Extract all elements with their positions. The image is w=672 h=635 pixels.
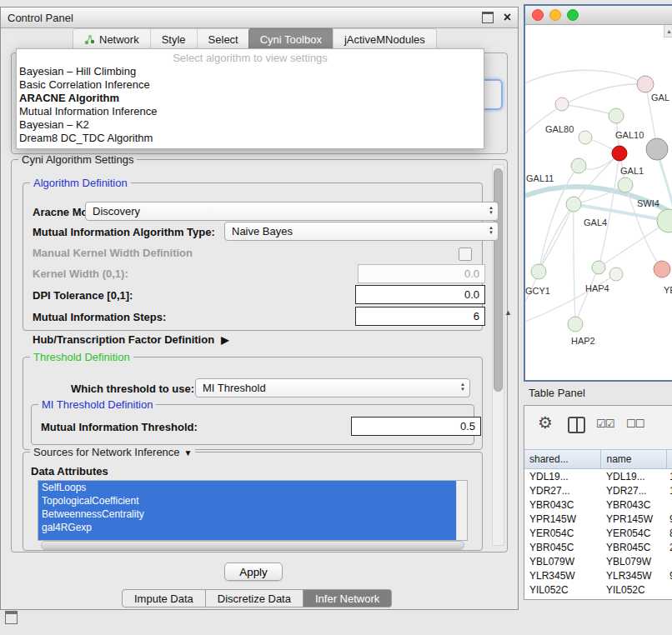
attribute-list-item[interactable]: SelfLoops	[38, 481, 457, 494]
network-node[interactable]	[609, 268, 623, 281]
canvas-scroll-up-button[interactable]: ▲	[664, 25, 672, 38]
attribute-list-item-partial[interactable]	[38, 534, 457, 540]
tab-infer-network[interactable]: Infer Network	[303, 589, 392, 608]
network-node[interactable]	[555, 98, 569, 111]
network-edge[interactable]	[599, 221, 669, 268]
network-node[interactable]	[612, 146, 627, 161]
table-cell[interactable]: 9.	[666, 570, 672, 582]
table-row[interactable]: YDR27...YDR27...12	[524, 483, 672, 498]
panel-splitter-arrow[interactable]: ▲	[504, 308, 512, 317]
network-node[interactable]	[531, 264, 546, 279]
network-edge[interactable]	[539, 204, 574, 272]
network-edge[interactable]	[562, 104, 616, 116]
table-cell[interactable]: YBR045C	[601, 542, 666, 553]
table-row[interactable]: YDL19...YDL19...13	[524, 469, 672, 483]
table-cell[interactable]: YPR145W	[524, 513, 601, 525]
table-row[interactable]: YBR045CYBR045C2	[524, 540, 672, 554]
attribute-list-item[interactable]: gal4RGexp	[38, 521, 457, 534]
network-node[interactable]	[637, 76, 654, 92]
table-row[interactable]: YIL052CYIL052C	[524, 582, 672, 597]
list-horizontal-scrollbar[interactable]	[41, 541, 464, 550]
network-canvas[interactable]: GALGAL80GAL10GAL11GAL1SWI4GAL4GCY1HAP4YE…	[525, 25, 672, 379]
tab-jactivemnodules[interactable]: jActiveMNodules	[333, 29, 436, 49]
network-edge[interactable]	[575, 268, 599, 324]
table-cell[interactable]: YBL079W	[524, 556, 601, 568]
kernel-width-field[interactable]: 0.0	[358, 264, 485, 283]
network-node[interactable]	[592, 261, 605, 274]
attribute-list-item[interactable]: TopologicalCoefficient	[38, 494, 457, 508]
table-cell[interactable]: YIL052C	[601, 584, 666, 596]
table-row[interactable]: YPR145WYPR145W9.	[524, 512, 672, 526]
dropdown-item[interactable]: Bayesian – Hill Climbing	[17, 65, 484, 78]
network-node[interactable]	[654, 261, 670, 278]
table-cell[interactable]: YBR045C	[524, 542, 601, 553]
table-cell[interactable]: YDR27...	[601, 485, 666, 497]
table-cell[interactable]: 13	[666, 471, 672, 482]
close-traffic-light[interactable]	[532, 9, 544, 21]
table-cell[interactable]: YER054C	[524, 528, 601, 539]
network-node[interactable]	[566, 197, 581, 212]
table-cell[interactable]: 12	[666, 485, 672, 497]
network-edge[interactable]	[525, 70, 645, 84]
deselect-all-columns-icon[interactable]: ☐☐	[626, 418, 644, 430]
minimize-traffic-light[interactable]	[549, 9, 561, 21]
dropdown-item[interactable]: Bayesian – K2	[17, 118, 484, 132]
network-edge[interactable]	[574, 204, 575, 324]
table-cell[interactable]: YDL19...	[601, 471, 666, 482]
table-cell[interactable]: YDR27...	[524, 485, 601, 497]
dropdown-item[interactable]: Basic Correlation Inference	[17, 78, 484, 92]
apply-button[interactable]: Apply	[224, 562, 283, 581]
close-icon[interactable]: ×	[504, 11, 511, 24]
aracne-mode-select[interactable]: Discovery ▲▼	[85, 202, 499, 221]
manual-kernel-checkbox[interactable]	[459, 248, 472, 261]
table-cell[interactable]: 8.	[666, 528, 672, 539]
table-cell[interactable]: YBL079W	[601, 556, 666, 568]
gear-icon[interactable]: ⚙	[538, 412, 553, 432]
minimized-panel-icon[interactable]	[5, 611, 18, 624]
mi-type-select[interactable]: Naive Bayes ▲▼	[224, 222, 499, 241]
column-header[interactable]: shared...	[524, 450, 601, 468]
network-window-titlebar[interactable]	[525, 6, 672, 25]
table-cell[interactable]: 2	[666, 542, 672, 553]
network-node[interactable]	[618, 178, 633, 192]
dropdown-item-selected[interactable]: ARACNE Algorithm	[17, 92, 484, 105]
select-all-columns-icon[interactable]: ☑☑	[596, 418, 614, 430]
tab-select[interactable]: Select	[197, 29, 249, 49]
network-edge[interactable]	[525, 274, 616, 322]
table-cell[interactable]: YBR043C	[524, 499, 601, 511]
list-scrollbar-track[interactable]	[456, 481, 467, 540]
table-cell[interactable]: YBR043C	[601, 499, 666, 511]
zoom-traffic-light[interactable]	[567, 9, 579, 21]
float-window-icon[interactable]	[482, 12, 494, 23]
network-node[interactable]	[579, 131, 592, 144]
dropdown-item[interactable]: Mutual Information Inference	[17, 105, 484, 118]
dropdown-item[interactable]: Dream8 DC_TDC Algorithm	[17, 132, 484, 145]
sources-toggle[interactable]: Sources for Network Inference▼	[30, 446, 195, 459]
tab-discretize-data[interactable]: Discretize Data	[206, 589, 303, 608]
table-row[interactable]: YBR043CYBR043C	[524, 498, 672, 512]
mi-threshold-field[interactable]: 0.5	[351, 417, 481, 436]
mi-steps-field[interactable]: 6	[355, 307, 485, 326]
table-row[interactable]: YER054CYER054C8.	[524, 526, 672, 540]
table-cell[interactable]: YIL052C	[524, 584, 601, 596]
dpi-tolerance-field[interactable]: 0.0	[355, 285, 485, 304]
tab-cyni-toolbox[interactable]: Cyni Toolbox	[248, 28, 333, 50]
column-header[interactable]: name	[601, 450, 667, 468]
tab-impute-data[interactable]: Impute Data	[122, 589, 206, 608]
table-cell[interactable]: 9.	[666, 513, 672, 525]
column-header[interactable]	[667, 450, 672, 468]
table-cell[interactable]: YLR345W	[524, 570, 601, 582]
network-node[interactable]	[609, 108, 624, 123]
data-attributes-list[interactable]: SelfLoopsTopologicalCoefficientBetweenne…	[38, 480, 468, 541]
network-node[interactable]	[568, 317, 583, 332]
attribute-list-item[interactable]: BetweennessCentrality	[38, 508, 457, 521]
table-row[interactable]: YBL079WYBL079W	[524, 554, 672, 568]
table-cell[interactable]: YDL19...	[524, 471, 601, 482]
columns-icon[interactable]	[568, 417, 585, 433]
network-node[interactable]	[657, 209, 672, 232]
tab-style[interactable]: Style	[150, 29, 197, 49]
network-node[interactable]	[646, 138, 668, 160]
network-canvas-svg[interactable]: GALGAL80GAL10GAL11GAL1SWI4GAL4GCY1HAP4YE…	[525, 25, 672, 379]
table-cell[interactable]: YPR145W	[601, 513, 666, 525]
network-node[interactable]	[571, 158, 586, 173]
